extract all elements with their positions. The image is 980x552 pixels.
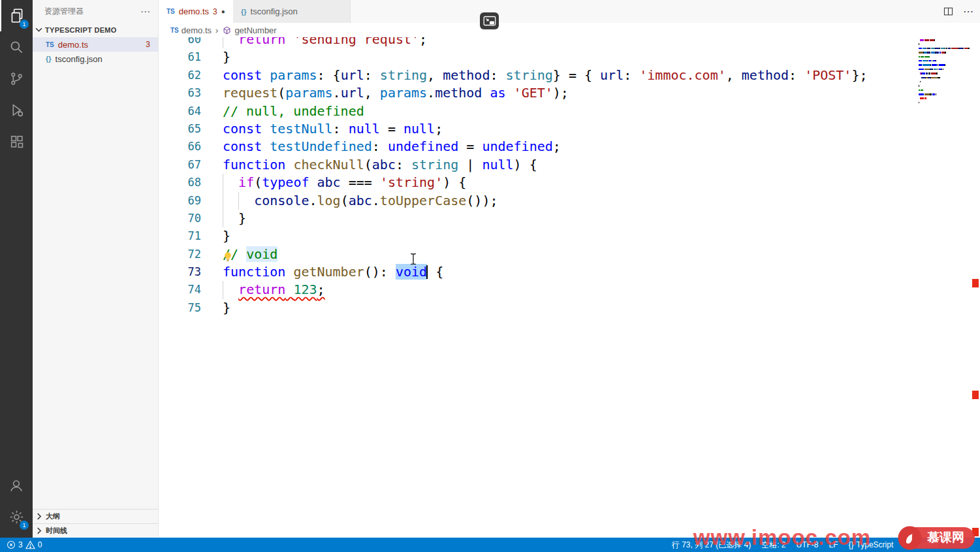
- code-line[interactable]: 65const testNull: null = null;: [159, 120, 918, 138]
- run-debug-icon[interactable]: [0, 94, 33, 125]
- breadcrumb: TS demo.ts › getNumber: [159, 23, 980, 37]
- code-line[interactable]: 71}: [159, 227, 918, 245]
- code-line[interactable]: 74 return 123;: [159, 281, 918, 299]
- code-line-text: request(params.url, params.method as 'GE…: [201, 84, 918, 102]
- typescript-file-icon: TS: [166, 8, 175, 15]
- language-mode-status[interactable]: {} TypeScript: [849, 540, 894, 549]
- code-line-text: const testUndefined: undefined = undefin…: [201, 138, 918, 155]
- minimap-line: [919, 39, 971, 41]
- error-icon: [7, 540, 16, 549]
- minimap-line: [919, 69, 971, 71]
- minimap-line: [919, 85, 971, 87]
- problems-status[interactable]: 3 0: [7, 540, 42, 549]
- overview-ruler[interactable]: [971, 37, 980, 538]
- minimap-line: [919, 97, 971, 99]
- indentation-status[interactable]: 空格: 2: [761, 540, 785, 551]
- explorer-icon[interactable]: 1: [0, 0, 33, 31]
- tab-tsconfig[interactable]: {} tsconfig.json: [233, 0, 351, 23]
- code-line-text: return 123;: [201, 281, 918, 299]
- line-number: 61: [159, 48, 201, 66]
- code-line-text: const testNull: null = null;: [201, 120, 918, 138]
- json-file-icon: {}: [241, 8, 247, 16]
- sidebar-more-icon[interactable]: ⋯: [140, 6, 150, 18]
- eol-status[interactable]: LF: [829, 540, 838, 549]
- search-icon[interactable]: [0, 31, 33, 63]
- minimap[interactable]: [919, 37, 971, 538]
- line-number: 60: [159, 37, 201, 48]
- minimap-content: [919, 37, 971, 103]
- minimap-line: [919, 48, 971, 50]
- chevron-right-icon: [37, 527, 42, 534]
- tab-bar: TS demo.ts 3 ● {} tsconfig.json ⋯: [159, 0, 980, 23]
- chevron-down-icon: [35, 27, 42, 33]
- extensions-icon[interactable]: [0, 125, 33, 157]
- tab-demo-ts[interactable]: TS demo.ts 3 ●: [159, 0, 233, 23]
- modified-dot-icon: ●: [221, 8, 225, 15]
- split-editor-icon[interactable]: [943, 6, 954, 17]
- encoding-status[interactable]: UTF-8: [797, 540, 819, 549]
- status-bar: 3 0 行 73, 列 27 (已选择 4) 空格: 2 UTF-8 LF {}…: [0, 538, 980, 552]
- outline-panel-header[interactable]: 大纲: [33, 509, 158, 523]
- line-number: 66: [159, 138, 201, 155]
- line-number: 63: [159, 84, 201, 102]
- code-line[interactable]: 70 }: [159, 210, 918, 227]
- pip-overlay-icon[interactable]: [480, 12, 499, 29]
- breadcrumb-separator: ›: [215, 25, 218, 35]
- sidebar-item-demo-ts[interactable]: TS demo.ts 3: [33, 37, 158, 52]
- breadcrumb-file[interactable]: TS demo.ts: [170, 25, 212, 35]
- mouse-cursor-ibeam: [409, 253, 417, 268]
- line-number: 73: [159, 263, 201, 281]
- code-line-text: // null, undefined: [201, 103, 918, 120]
- code-line[interactable]: 62const params: {url: string, method: st…: [159, 67, 918, 84]
- minimap-line: [919, 60, 971, 62]
- code-line-text: }: [201, 210, 918, 227]
- code-line[interactable]: 72// void: [159, 246, 918, 263]
- workspace-name: TYPESCRIPT DEMO: [45, 26, 117, 34]
- line-number: 67: [159, 156, 201, 174]
- line-number: 74: [159, 281, 201, 299]
- line-number: 65: [159, 120, 201, 138]
- settings-gear-icon[interactable]: 1: [0, 501, 33, 532]
- code-line[interactable]: 73function getNumber(): void {: [159, 263, 918, 281]
- code-editor[interactable]: 60 return 'sending requst';61}62const pa…: [159, 37, 980, 538]
- code-line[interactable]: 63request(params.url, params.method as '…: [159, 84, 918, 102]
- indent-guide: [223, 210, 223, 227]
- minimap-line: [919, 52, 971, 54]
- indent-guide: [223, 281, 223, 299]
- code-line-text: function checkNull(abc: string | null) {: [201, 156, 918, 174]
- code-line[interactable]: 61}: [159, 48, 918, 66]
- minimap-line: [919, 73, 971, 74]
- cursor-position-status[interactable]: 行 73, 列 27 (已选择 4): [672, 540, 751, 551]
- indent-guide: [223, 192, 223, 210]
- formatter-status[interactable]: ✓ Prettier: [904, 540, 938, 549]
- more-actions-icon[interactable]: ⋯: [963, 5, 973, 18]
- line-number: 70: [159, 210, 201, 227]
- minimap-line: [919, 89, 971, 91]
- tab-label: tsconfig.json: [251, 7, 298, 16]
- code-line[interactable]: 75}: [159, 299, 918, 317]
- line-number: 75: [159, 299, 201, 317]
- source-control-icon[interactable]: [0, 63, 33, 94]
- code-line[interactable]: 66const testUndefined: undefined = undef…: [159, 138, 918, 155]
- code-line[interactable]: 68 if(typeof abc === 'string') {: [159, 174, 918, 191]
- sidebar-item-tsconfig[interactable]: {} tsconfig.json: [33, 52, 158, 66]
- line-number: 64: [159, 103, 201, 120]
- code-line[interactable]: 67function checkNull(abc: string | null)…: [159, 156, 918, 174]
- code-line-text: // void: [201, 246, 918, 263]
- minimap-line: [919, 93, 971, 95]
- problems-badge: 3: [146, 40, 150, 49]
- lightbulb-icon[interactable]: [223, 249, 233, 259]
- code-line[interactable]: 64// null, undefined: [159, 103, 918, 120]
- vscode-window: 1: [0, 0, 980, 552]
- code-line-text: const params: {url: string, method: stri…: [201, 67, 918, 84]
- workspace-section-header[interactable]: TYPESCRIPT DEMO: [33, 23, 158, 37]
- sidebar-title: 资源管理器: [44, 6, 84, 17]
- explorer-sidebar: 资源管理器 ⋯ TYPESCRIPT DEMO TS demo.ts 3 {} …: [33, 0, 159, 538]
- minimap-line: [919, 64, 971, 66]
- minimap-line: [919, 81, 971, 83]
- code-line[interactable]: 60 return 'sending requst';: [159, 37, 918, 48]
- breadcrumb-symbol[interactable]: getNumber: [222, 25, 276, 35]
- account-icon[interactable]: [0, 470, 33, 501]
- timeline-panel-header[interactable]: 时间线: [33, 523, 158, 538]
- code-line[interactable]: 69 console.log(abc.toUpperCase());: [159, 192, 918, 210]
